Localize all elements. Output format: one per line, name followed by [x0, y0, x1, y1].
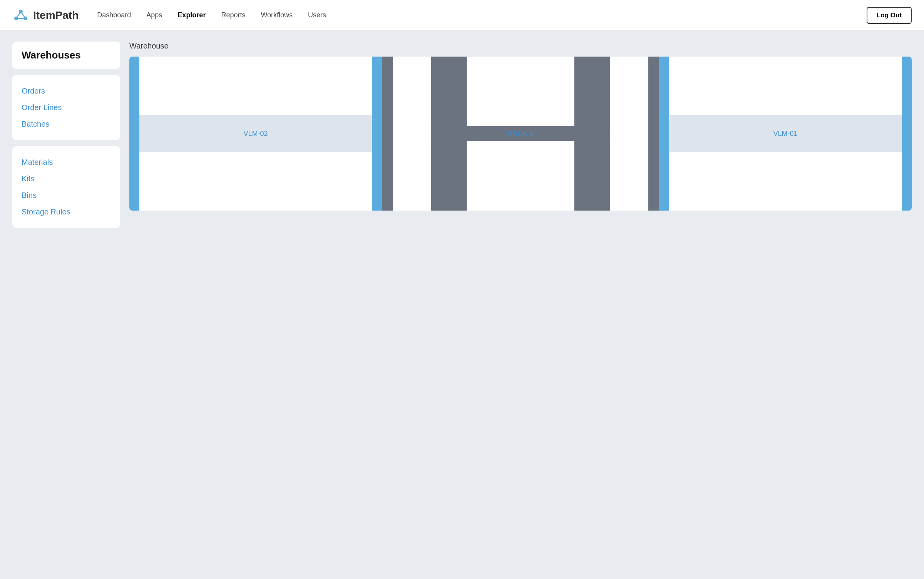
- vlm01-right-bar: [902, 57, 912, 211]
- nav-workflows[interactable]: Workflows: [261, 11, 293, 19]
- main-layout: Warehouses Orders Order Lines Batches Ma…: [0, 31, 924, 579]
- logo: ItemPath: [12, 7, 79, 24]
- nav-users[interactable]: Users: [308, 11, 326, 19]
- sidebar-item-materials[interactable]: Materials: [22, 154, 111, 171]
- vlm01-left-bar: [659, 57, 669, 211]
- vlm02-left-bar: [129, 57, 139, 211]
- vlm02-right-bar: [372, 57, 382, 211]
- logo-text: ItemPath: [33, 9, 79, 22]
- sidebar-group-1: Orders Order Lines Batches: [12, 75, 120, 140]
- svg-line-4: [21, 12, 25, 18]
- rack1-body[interactable]: RACK-1: [393, 57, 648, 211]
- sidebar-item-orders[interactable]: Orders: [22, 83, 111, 99]
- content-title: Warehouse: [129, 42, 912, 50]
- warehouse-visualization: VLM-02 RACK-1: [129, 57, 912, 211]
- header: ItemPath Dashboard Apps Explorer Reports…: [0, 0, 924, 31]
- sidebar-item-bins[interactable]: Bins: [22, 187, 111, 204]
- nav-dashboard[interactable]: Dashboard: [97, 11, 131, 19]
- sidebar-item-batches[interactable]: Batches: [22, 116, 111, 132]
- vlm02-label: VLM-02: [243, 130, 268, 138]
- svg-line-3: [16, 12, 21, 18]
- logo-icon: [12, 7, 29, 24]
- content-area: Warehouse VLM-02: [129, 42, 912, 568]
- sidebar-item-order-lines[interactable]: Order Lines: [22, 99, 111, 116]
- vlm01-label: VLM-01: [773, 130, 798, 138]
- sidebar-item-kits[interactable]: Kits: [22, 171, 111, 187]
- sidebar: Warehouses Orders Order Lines Batches Ma…: [12, 42, 120, 568]
- rack1-left-bar: [382, 57, 393, 211]
- nav-apps[interactable]: Apps: [146, 11, 162, 19]
- sidebar-item-storage-rules[interactable]: Storage Rules: [22, 204, 111, 220]
- vlm02-body[interactable]: VLM-02: [139, 57, 372, 211]
- sidebar-header-card: Warehouses: [12, 42, 120, 69]
- logout-button[interactable]: Log Out: [867, 7, 912, 24]
- rack1-right-bar: [648, 57, 659, 211]
- rack1-label: RACK-1: [508, 130, 533, 138]
- sidebar-title: Warehouses: [22, 49, 111, 61]
- vlm01-body[interactable]: VLM-01: [669, 57, 902, 211]
- sidebar-group-2: Materials Kits Bins Storage Rules: [12, 146, 120, 228]
- nav-explorer[interactable]: Explorer: [177, 11, 206, 19]
- nav-reports[interactable]: Reports: [221, 11, 245, 19]
- main-nav: Dashboard Apps Explorer Reports Workflow…: [97, 11, 867, 19]
